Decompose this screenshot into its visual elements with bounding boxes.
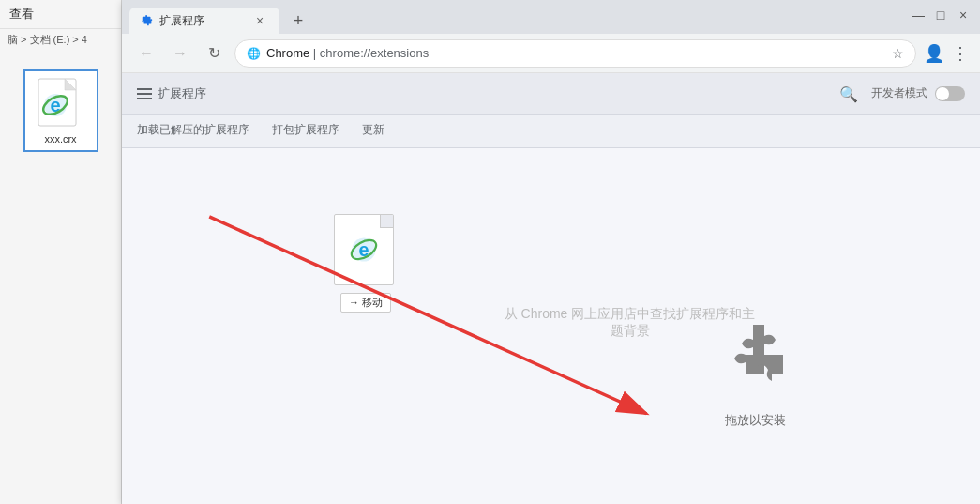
crx-file[interactable]: e xxx.crx xyxy=(23,69,98,152)
hamburger-menu-button[interactable]: 扩展程序 xyxy=(137,85,206,102)
search-button[interactable]: 🔍 xyxy=(839,85,856,102)
hamburger-icon xyxy=(137,88,152,99)
address-bar[interactable]: 🌐 Chrome | chrome://extensions ☆ xyxy=(234,39,916,68)
dragged-file-icon: e xyxy=(334,214,398,289)
dev-mode-label: 开发者模式 xyxy=(871,85,927,101)
address-domain: Chrome xyxy=(266,46,309,60)
file-inner-ie-icon: e xyxy=(347,233,381,267)
update-button[interactable]: 更新 xyxy=(362,118,384,144)
sub-toolbar: 加载已解压的扩展程序 打包扩展程序 更新 xyxy=(122,115,980,148)
puzzle-large-icon xyxy=(717,315,792,405)
close-window-button[interactable]: × xyxy=(956,8,971,23)
back-button[interactable]: ← xyxy=(133,40,159,67)
drop-label: 拖放以安装 xyxy=(725,412,786,429)
hamburger-line-3 xyxy=(137,98,152,99)
nav-bar: ← → ↻ 🌐 Chrome | chrome://extensions ☆ 👤… xyxy=(122,34,980,73)
bookmark-icon[interactable]: ☆ xyxy=(892,46,904,61)
minimize-button[interactable]: — xyxy=(911,8,926,23)
left-panel: 查看 脑 > 文档 (E:) > 4 e xxx.crx xyxy=(0,0,122,504)
hamburger-line-1 xyxy=(137,88,152,90)
main-content: 从 Chrome 网上应用店中查找扩展程序和主题背景 e → 移动 xyxy=(122,148,980,504)
hamburger-line-2 xyxy=(137,93,152,95)
view-label: 查看 xyxy=(0,0,121,29)
file-area: e xxx.crx xyxy=(0,51,121,504)
tab-close-btn[interactable]: × xyxy=(251,12,268,29)
tab-label: 扩展程序 xyxy=(159,13,204,29)
address-path: | chrome://extensions xyxy=(309,46,429,60)
pack-extension-button[interactable]: 打包扩展程序 xyxy=(272,118,339,144)
extensions-toolbar: 扩展程序 🔍 开发者模式 xyxy=(122,73,980,115)
address-text: Chrome | chrome://extensions xyxy=(266,46,886,60)
crx-file-icon: e xyxy=(35,77,87,130)
breadcrumb: 脑 > 文档 (E:) > 4 xyxy=(0,29,121,51)
dragged-file[interactable]: e → 移动 xyxy=(328,214,403,313)
browser-tab[interactable]: 扩展程序 × xyxy=(129,8,279,34)
forward-button[interactable]: → xyxy=(167,40,193,67)
move-label: → 移动 xyxy=(340,293,391,313)
file-paper: e xyxy=(334,214,394,285)
toggle-switch[interactable] xyxy=(935,86,965,101)
browser-window: 扩展程序 × + — □ × ← → ↻ 🌐 Chrome | chrome:/… xyxy=(122,0,980,504)
secure-icon: 🌐 xyxy=(247,47,261,60)
window-controls: — □ × xyxy=(911,8,971,23)
file-corner xyxy=(380,215,393,228)
toggle-knob xyxy=(936,87,949,100)
crx-file-label: xxx.crx xyxy=(44,133,76,145)
more-menu-button[interactable]: ⋮ xyxy=(952,43,969,64)
new-tab-button[interactable]: + xyxy=(285,8,311,34)
title-bar: 扩展程序 × + — □ × xyxy=(122,0,980,34)
account-button[interactable]: 👤 xyxy=(924,43,944,64)
extensions-title: 扩展程序 xyxy=(158,85,206,102)
drop-target: 拖放以安装 xyxy=(717,315,792,429)
reload-button[interactable]: ↻ xyxy=(201,40,227,67)
load-extension-button[interactable]: 加载已解压的扩展程序 xyxy=(137,118,249,144)
developer-mode-toggle[interactable]: 开发者模式 xyxy=(871,85,965,101)
maximize-button[interactable]: □ xyxy=(933,8,948,23)
puzzle-tab-icon xyxy=(141,14,154,27)
